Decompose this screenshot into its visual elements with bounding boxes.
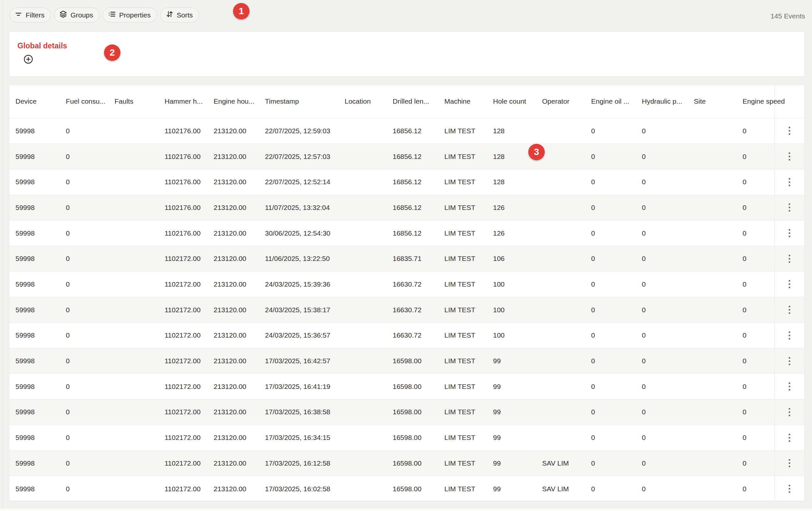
cell-hole-count: 106 <box>487 246 536 271</box>
kebab-menu-icon[interactable] <box>786 328 793 342</box>
sort-arrows-icon <box>165 10 174 20</box>
column-header-fuel-consumption[interactable]: Fuel consu... <box>60 85 108 118</box>
sorts-button[interactable]: Sorts <box>160 7 199 22</box>
cell-fuel-consumption: 0 <box>60 169 108 195</box>
column-header-site[interactable]: Site <box>688 85 736 118</box>
cell-operator <box>536 374 585 399</box>
cell-device: 59998 <box>9 450 60 476</box>
cell-operator <box>536 220 585 246</box>
cell-hammer-hours: 1102176.00 <box>158 118 207 144</box>
cell-operator <box>536 348 585 374</box>
table-row: 5999801102172.00213120.0024/03/2025, 15:… <box>9 271 805 297</box>
add-global-detail-button[interactable] <box>24 55 33 64</box>
column-header-drilled-length[interactable]: Drilled len... <box>386 85 438 118</box>
kebab-menu-icon[interactable] <box>786 200 793 214</box>
kebab-menu-icon[interactable] <box>786 431 793 445</box>
kebab-menu-icon[interactable] <box>786 124 793 138</box>
cell-site <box>688 118 736 144</box>
cell-fuel-consumption: 0 <box>60 271 108 297</box>
column-header-hydraulic-pressure[interactable]: Hydraulic p... <box>636 85 688 118</box>
kebab-menu-icon[interactable] <box>786 252 793 266</box>
properties-button-label: Properties <box>119 11 151 19</box>
cell-location <box>338 399 386 425</box>
cell-device: 59998 <box>9 118 60 144</box>
cell-engine-hours: 213120.00 <box>207 169 259 195</box>
cell-operator <box>536 425 585 450</box>
cell-engine-speed: 0 <box>736 425 775 450</box>
filters-button-label: Filters <box>26 11 45 19</box>
horizontal-scrollbar-track[interactable] <box>0 508 812 511</box>
cell-fuel-consumption: 0 <box>60 399 108 425</box>
layers-icon <box>59 10 67 20</box>
cell-hammer-hours: 1102172.00 <box>158 323 207 349</box>
kebab-menu-icon[interactable] <box>786 149 793 163</box>
cell-hydraulic-pressure: 0 <box>636 144 688 170</box>
cell-drilled-length: 16598.00 <box>386 399 438 425</box>
cell-hammer-hours: 1102172.00 <box>158 476 207 501</box>
cell-timestamp: 17/03/2025, 16:02:58 <box>259 476 338 501</box>
column-header-engine-speed[interactable]: Engine speed <box>736 85 775 118</box>
column-header-faults[interactable]: Faults <box>108 85 158 118</box>
cell-machine: LIM TEST <box>438 169 487 195</box>
cell-drilled-length: 16835.71 <box>386 246 438 271</box>
cell-hydraulic-pressure: 0 <box>636 271 688 297</box>
cell-hole-count: 99 <box>487 425 536 450</box>
cell-engine-oil: 0 <box>585 144 636 170</box>
cell-hole-count: 128 <box>487 118 536 144</box>
table-row: 5999801102172.00213120.0024/03/2025, 15:… <box>9 297 805 323</box>
cell-hole-count: 99 <box>487 348 536 374</box>
cell-drilled-length: 16856.12 <box>386 118 438 144</box>
kebab-menu-icon[interactable] <box>786 303 793 317</box>
column-header-location[interactable]: Location <box>338 85 386 118</box>
column-header-engine-hours[interactable]: Engine hou... <box>207 85 259 118</box>
kebab-menu-icon[interactable] <box>786 405 793 419</box>
kebab-menu-icon[interactable] <box>786 226 793 240</box>
cell-fuel-consumption: 0 <box>60 348 108 374</box>
cell-location <box>338 271 386 297</box>
cell-timestamp: 30/06/2025, 12:54:30 <box>259 220 338 246</box>
cell-faults <box>108 374 158 399</box>
cell-engine-oil: 0 <box>585 399 636 425</box>
cell-operator <box>536 323 585 349</box>
cell-device: 59998 <box>9 425 60 450</box>
cell-hammer-hours: 1102176.00 <box>158 169 207 195</box>
kebab-menu-icon[interactable] <box>786 482 793 496</box>
cell-engine-hours: 213120.00 <box>207 220 259 246</box>
cell-engine-oil: 0 <box>585 246 636 271</box>
cell-fuel-consumption: 0 <box>60 118 108 144</box>
cell-engine-oil: 0 <box>585 323 636 349</box>
kebab-menu-icon[interactable] <box>786 380 793 394</box>
kebab-menu-icon[interactable] <box>786 277 793 291</box>
cell-faults <box>108 220 158 246</box>
column-header-engine-oil[interactable]: Engine oil ... <box>585 85 636 118</box>
column-header-operator[interactable]: Operator <box>536 85 585 118</box>
column-header-timestamp[interactable]: Timestamp <box>259 85 338 118</box>
global-details-panel: Global details <box>9 31 805 77</box>
column-header-device[interactable]: Device <box>9 85 60 118</box>
cell-location <box>338 425 386 450</box>
table-header-row: DeviceFuel consu...FaultsHammer h...Engi… <box>9 85 805 118</box>
groups-button[interactable]: Groups <box>54 7 99 22</box>
cell-engine-hours: 213120.00 <box>207 399 259 425</box>
cell-hydraulic-pressure: 0 <box>636 297 688 323</box>
cell-fuel-consumption: 0 <box>60 297 108 323</box>
cell-operator: SAV LIM <box>536 450 585 476</box>
cell-engine-hours: 213120.00 <box>207 323 259 349</box>
column-header-hole-count[interactable]: Hole count <box>487 85 536 118</box>
column-header-machine[interactable]: Machine <box>438 85 487 118</box>
filters-button[interactable]: Filters <box>9 7 51 22</box>
kebab-menu-icon[interactable] <box>786 354 793 368</box>
row-actions-cell <box>775 144 805 170</box>
cell-drilled-length: 16598.00 <box>386 450 438 476</box>
properties-button[interactable]: Properties <box>103 7 157 22</box>
column-header-hammer-hours[interactable]: Hammer h... <box>158 85 207 118</box>
kebab-menu-icon[interactable] <box>786 175 793 189</box>
kebab-menu-icon[interactable] <box>786 456 793 470</box>
cell-device: 59998 <box>9 323 60 349</box>
cell-hydraulic-pressure: 0 <box>636 476 688 501</box>
cell-hammer-hours: 1102176.00 <box>158 195 207 220</box>
cell-hydraulic-pressure: 0 <box>636 169 688 195</box>
left-edge-divider <box>3 0 3 511</box>
cell-drilled-length: 16856.12 <box>386 144 438 170</box>
cell-location <box>338 450 386 476</box>
